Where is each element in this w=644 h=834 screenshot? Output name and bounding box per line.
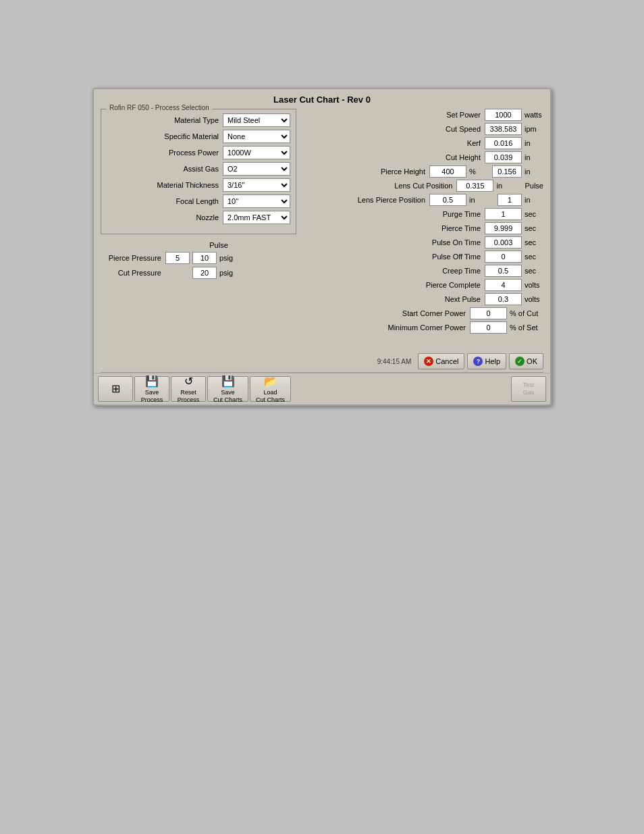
assist-gas-row: Assist Gas O2 N2 Air bbox=[107, 162, 290, 176]
minimum-corner-power-label: Minimum Corner Power bbox=[378, 323, 466, 332]
lens-pierce-extra-unit: in bbox=[525, 196, 543, 204]
next-pulse-unit: volts bbox=[525, 295, 543, 303]
lens-cut-position-input[interactable] bbox=[456, 180, 493, 192]
nozzle-select[interactable]: 2.0mm FAST 2.5mm FAST bbox=[223, 211, 290, 224]
cancel-icon: ✕ bbox=[424, 357, 433, 366]
cut-pressure-row: Cut Pressure psig bbox=[101, 267, 296, 279]
save-process-label: SaveProcess bbox=[141, 389, 163, 404]
pulse-on-time-input[interactable] bbox=[485, 236, 522, 249]
cut-pressure-unit: psig bbox=[219, 269, 233, 277]
pierce-time-label: Pierce Time bbox=[393, 224, 481, 232]
bottom-toolbar: ⊞ 💾 SaveProcess ↺ ResetProcess 💾 SaveCut… bbox=[94, 373, 550, 405]
cancel-button[interactable]: ✕ Cancel bbox=[418, 353, 464, 369]
start-corner-power-unit: % of Cut bbox=[510, 309, 543, 317]
save-cut-charts-icon: 💾 bbox=[221, 375, 235, 388]
next-pulse-input[interactable] bbox=[485, 293, 522, 305]
help-button[interactable]: ? Help bbox=[467, 353, 506, 369]
reset-process-button[interactable]: ↺ ResetProcess bbox=[171, 376, 206, 402]
save-process-button[interactable]: 💾 SaveProcess bbox=[134, 376, 169, 402]
purge-time-row: Purge Time sec bbox=[303, 208, 543, 220]
pierce-height-extra-unit: in bbox=[525, 167, 543, 176]
pierce-complete-input[interactable] bbox=[485, 279, 522, 291]
process-power-row: Process Power 1000W 2000W bbox=[107, 146, 290, 159]
minimum-corner-power-unit: % of Set bbox=[510, 323, 543, 332]
creep-time-input[interactable] bbox=[485, 265, 522, 277]
material-thickness-select[interactable]: 3/16" 1/8" 1/4" bbox=[223, 178, 290, 192]
lens-pierce-extra-input[interactable] bbox=[498, 194, 522, 206]
creep-time-unit: sec bbox=[525, 267, 543, 275]
process-group-title: Rofin RF 050 - Process Selection bbox=[107, 104, 212, 111]
load-cut-charts-label: LoadCut Charts bbox=[256, 389, 285, 404]
cut-speed-unit: ipm bbox=[525, 125, 543, 133]
ok-label: OK bbox=[527, 357, 537, 365]
purge-time-input[interactable] bbox=[485, 208, 522, 220]
load-cut-charts-icon: 📂 bbox=[264, 375, 277, 388]
material-thickness-label: Material Thickness bbox=[144, 181, 219, 189]
specific-material-select[interactable]: None bbox=[223, 130, 290, 143]
material-type-row: Material Type Mild Steel Stainless Alumi… bbox=[107, 113, 290, 127]
process-power-select[interactable]: 1000W 2000W bbox=[223, 146, 290, 159]
pierce-time-row: Pierce Time sec bbox=[303, 222, 543, 234]
focal-length-select[interactable]: 10" 7.5" 15" bbox=[223, 194, 290, 208]
start-corner-power-row: Start Corner Power % of Cut bbox=[303, 307, 543, 319]
lens-cut-position-row: Lens Cut Position in Pulse bbox=[303, 180, 543, 192]
cut-pressure-input[interactable] bbox=[192, 267, 217, 279]
pierce-pressure-unit: psig bbox=[219, 254, 233, 262]
pierce-complete-unit: volts bbox=[525, 281, 543, 289]
save-cut-charts-button[interactable]: 💾 SaveCut Charts bbox=[207, 376, 248, 402]
material-thickness-row: Material Thickness 3/16" 1/8" 1/4" bbox=[107, 178, 290, 192]
creep-time-row: Creep Time sec bbox=[303, 265, 543, 277]
pulse-on-time-unit: sec bbox=[525, 238, 543, 246]
process-group: Rofin RF 050 - Process Selection Materia… bbox=[101, 109, 296, 234]
lens-pierce-position-input[interactable] bbox=[429, 194, 466, 206]
pierce-height-unit: % bbox=[469, 167, 488, 176]
help-label: Help bbox=[485, 357, 500, 365]
assist-gas-label: Assist Gas bbox=[144, 165, 219, 173]
next-pulse-label: Next Pulse bbox=[393, 295, 481, 303]
pulse-off-time-row: Pulse Off Time sec bbox=[303, 251, 543, 263]
pulse-off-time-label: Pulse Off Time bbox=[393, 253, 481, 261]
pierce-height-input[interactable] bbox=[429, 165, 466, 178]
pierce-pressure-input2[interactable] bbox=[192, 252, 217, 264]
pierce-complete-row: Pierce Complete volts bbox=[303, 279, 543, 291]
nozzle-label: Nozzle bbox=[144, 213, 219, 221]
material-type-label: Material Type bbox=[144, 116, 219, 124]
cut-speed-input[interactable] bbox=[485, 123, 522, 135]
creep-time-label: Creep Time bbox=[393, 267, 481, 275]
pulse-section-label: Pulse bbox=[141, 241, 296, 249]
pierce-complete-label: Pierce Complete bbox=[393, 281, 481, 289]
set-power-input[interactable] bbox=[485, 109, 522, 121]
cut-height-unit: in bbox=[525, 153, 543, 161]
focal-length-row: Focal Length 10" 7.5" 15" bbox=[107, 194, 290, 208]
cut-speed-label: Cut Speed bbox=[393, 125, 481, 133]
icon-button[interactable]: ⊞ bbox=[98, 376, 133, 402]
set-power-unit: watts bbox=[525, 111, 543, 119]
pierce-height-row: Pierce Height % in bbox=[303, 165, 543, 178]
pulse-column-label: Pulse bbox=[525, 182, 543, 190]
pierce-pressure-input1[interactable] bbox=[165, 252, 190, 264]
cut-speed-row: Cut Speed ipm bbox=[303, 123, 543, 135]
pulse-off-time-input[interactable] bbox=[485, 251, 522, 263]
reset-process-label: ResetProcess bbox=[178, 389, 200, 404]
minimum-corner-power-row: Minimum Corner Power % of Set bbox=[303, 321, 543, 334]
material-type-select[interactable]: Mild Steel Stainless Aluminum bbox=[223, 113, 290, 127]
ok-button[interactable]: ✓ OK bbox=[509, 353, 543, 369]
assist-gas-select[interactable]: O2 N2 Air bbox=[223, 162, 290, 176]
process-power-label: Process Power bbox=[144, 149, 219, 157]
kerf-input[interactable] bbox=[485, 137, 522, 149]
minimum-corner-power-input[interactable] bbox=[470, 321, 507, 334]
start-corner-power-input[interactable] bbox=[470, 307, 507, 319]
kerf-unit: in bbox=[525, 139, 543, 147]
purge-time-label: Purge Time bbox=[393, 210, 481, 218]
grid-icon: ⊞ bbox=[111, 382, 120, 395]
specific-material-row: Specific Material None bbox=[107, 130, 290, 143]
load-cut-charts-button[interactable]: 📂 LoadCut Charts bbox=[250, 376, 291, 402]
set-power-row: Set Power watts bbox=[303, 109, 543, 121]
save-process-icon: 💾 bbox=[145, 375, 159, 388]
cut-height-row: Cut Height in bbox=[303, 151, 543, 163]
cut-height-input[interactable] bbox=[485, 151, 522, 163]
pierce-time-unit: sec bbox=[525, 224, 543, 232]
lens-cut-position-label: Lens Cut Position bbox=[365, 182, 452, 190]
pierce-height-extra-input[interactable] bbox=[492, 165, 522, 178]
pierce-time-input[interactable] bbox=[485, 222, 522, 234]
